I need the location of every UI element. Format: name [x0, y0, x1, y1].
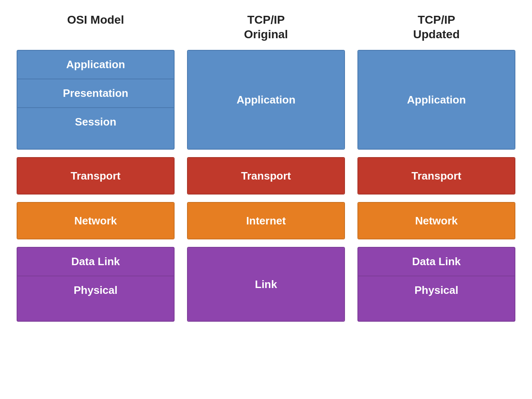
tcpip-upd-datalink-physical-group: Data Link Physical: [357, 247, 515, 322]
tcpip-upd-transport-text: Transport: [358, 158, 515, 194]
tcpip-upd-physical-layer: Physical: [358, 276, 515, 304]
tcpip-original-column: Application Transport Internet Link: [187, 50, 345, 391]
tcpip-upd-transport-layer: Transport: [357, 157, 515, 195]
column-headers: OSI Model TCP/IPOriginal TCP/IPUpdated: [17, 12, 515, 42]
tcpip-orig-application-text: Application: [188, 51, 344, 149]
osi-session-layer: Session: [17, 108, 174, 136]
tcpip-updated-column: Application Transport Network Data Link …: [357, 50, 515, 391]
osi-network-layer: Network: [17, 202, 175, 239]
osi-network-text: Network: [17, 203, 174, 239]
tcpip-upd-network-layer: Network: [357, 202, 515, 239]
osi-datalink-layer: Data Link: [17, 248, 174, 276]
osi-application-group: Application Presentation Session: [17, 50, 175, 150]
tcpip-orig-link-layer: Link: [187, 247, 345, 322]
osi-physical-layer: Physical: [17, 276, 174, 304]
osi-transport-layer: Transport: [17, 157, 175, 195]
osi-header: OSI Model: [17, 12, 175, 42]
tcpip-upd-application-layer: Application: [357, 50, 515, 150]
tcpip-upd-application-text: Application: [358, 51, 515, 149]
tcpip-upd-network-text: Network: [358, 203, 515, 239]
osi-column: Application Presentation Session Transpo…: [17, 50, 175, 391]
osi-datalink-physical-group: Data Link Physical: [17, 247, 175, 322]
osi-transport-text: Transport: [17, 158, 174, 194]
tcpip-orig-link-text: Link: [188, 248, 344, 321]
tcpip-orig-internet-text: Internet: [188, 203, 344, 239]
tcpip-upd-datalink-layer: Data Link: [358, 248, 515, 276]
tcpip-original-header: TCP/IPOriginal: [187, 12, 345, 42]
osi-presentation-layer: Presentation: [17, 79, 174, 108]
tcpip-orig-transport-text: Transport: [188, 158, 344, 194]
osi-application-layer: Application: [17, 51, 174, 79]
tcpip-orig-transport-layer: Transport: [187, 157, 345, 195]
tcpip-updated-header: TCP/IPUpdated: [357, 12, 515, 42]
tcpip-orig-application-layer: Application: [187, 50, 345, 150]
models-container: Application Presentation Session Transpo…: [17, 50, 515, 391]
tcpip-orig-internet-layer: Internet: [187, 202, 345, 239]
